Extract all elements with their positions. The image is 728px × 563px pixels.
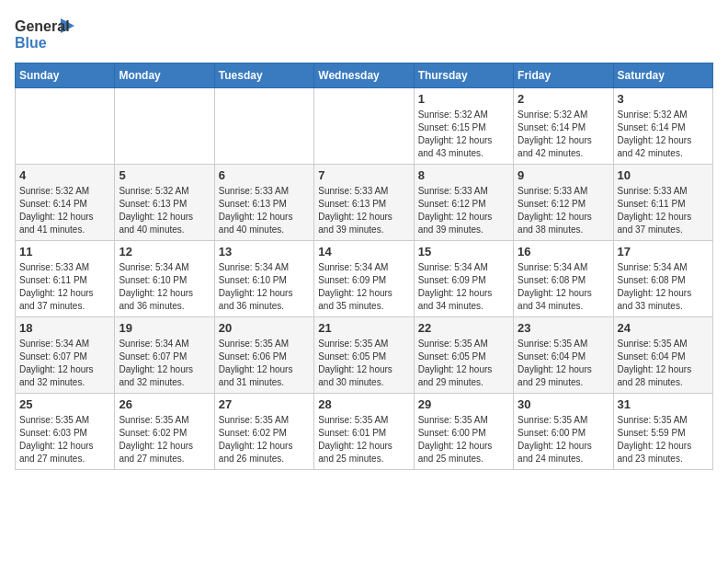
- cell-info: Sunrise: 5:35 AM Sunset: 6:01 PM Dayligh…: [318, 414, 409, 465]
- cell-date: 29: [418, 397, 509, 411]
- calendar-cell: 15Sunrise: 5:34 AM Sunset: 6:09 PM Dayli…: [414, 241, 513, 317]
- calendar-cell: 12Sunrise: 5:34 AM Sunset: 6:10 PM Dayli…: [115, 241, 214, 317]
- calendar-cell: 21Sunrise: 5:35 AM Sunset: 6:05 PM Dayli…: [314, 317, 414, 394]
- cell-info: Sunrise: 5:32 AM Sunset: 6:14 PM Dayligh…: [618, 109, 709, 160]
- cell-info: Sunrise: 5:35 AM Sunset: 6:03 PM Dayligh…: [19, 414, 110, 465]
- cell-info: Sunrise: 5:33 AM Sunset: 6:11 PM Dayligh…: [618, 185, 709, 236]
- cell-date: 17: [618, 245, 709, 259]
- calendar-cell: 22Sunrise: 5:35 AM Sunset: 6:05 PM Dayli…: [414, 317, 513, 394]
- calendar-cell: 13Sunrise: 5:34 AM Sunset: 6:10 PM Dayli…: [214, 241, 313, 317]
- calendar-cell: 9Sunrise: 5:33 AM Sunset: 6:12 PM Daylig…: [514, 165, 613, 241]
- week-row-5: 25Sunrise: 5:35 AM Sunset: 6:03 PM Dayli…: [16, 394, 713, 470]
- svg-text:Blue: Blue: [15, 35, 47, 51]
- cell-date: 9: [518, 168, 609, 182]
- calendar-cell: 14Sunrise: 5:34 AM Sunset: 6:09 PM Dayli…: [314, 241, 414, 317]
- calendar-cell: [314, 88, 414, 165]
- cell-info: Sunrise: 5:32 AM Sunset: 6:13 PM Dayligh…: [119, 185, 210, 236]
- cell-date: 22: [418, 321, 509, 335]
- cell-date: 13: [219, 245, 310, 259]
- cell-date: 26: [119, 397, 210, 411]
- cell-date: 8: [418, 168, 509, 182]
- cell-date: 27: [219, 397, 310, 411]
- cell-info: Sunrise: 5:34 AM Sunset: 6:10 PM Dayligh…: [119, 261, 210, 313]
- week-row-4: 18Sunrise: 5:34 AM Sunset: 6:07 PM Dayli…: [16, 317, 713, 394]
- column-header-saturday: Saturday: [613, 63, 712, 88]
- cell-info: Sunrise: 5:32 AM Sunset: 6:15 PM Dayligh…: [418, 109, 509, 160]
- calendar-cell: 31Sunrise: 5:35 AM Sunset: 5:59 PM Dayli…: [613, 394, 712, 470]
- calendar-cell: 11Sunrise: 5:33 AM Sunset: 6:11 PM Dayli…: [16, 241, 115, 317]
- cell-date: 23: [518, 321, 609, 335]
- cell-date: 28: [318, 397, 409, 411]
- column-header-sunday: Sunday: [16, 63, 115, 88]
- calendar-cell: 30Sunrise: 5:35 AM Sunset: 6:00 PM Dayli…: [514, 394, 613, 470]
- column-header-tuesday: Tuesday: [214, 63, 313, 88]
- cell-info: Sunrise: 5:33 AM Sunset: 6:13 PM Dayligh…: [318, 185, 409, 236]
- svg-text:General: General: [15, 18, 70, 34]
- column-header-monday: Monday: [115, 63, 214, 88]
- cell-date: 25: [19, 397, 110, 411]
- calendar-cell: 28Sunrise: 5:35 AM Sunset: 6:01 PM Dayli…: [314, 394, 414, 470]
- cell-date: 1: [418, 92, 509, 106]
- cell-date: 15: [418, 245, 509, 259]
- calendar-cell: [16, 88, 115, 165]
- cell-date: 14: [318, 245, 409, 259]
- calendar-header-row: SundayMondayTuesdayWednesdayThursdayFrid…: [16, 63, 713, 88]
- cell-date: 20: [219, 321, 310, 335]
- cell-info: Sunrise: 5:34 AM Sunset: 6:08 PM Dayligh…: [518, 261, 609, 313]
- cell-info: Sunrise: 5:35 AM Sunset: 6:04 PM Dayligh…: [618, 338, 709, 389]
- calendar-cell: 23Sunrise: 5:35 AM Sunset: 6:04 PM Dayli…: [514, 317, 613, 394]
- cell-date: 18: [19, 321, 110, 335]
- calendar-cell: 6Sunrise: 5:33 AM Sunset: 6:13 PM Daylig…: [214, 165, 313, 241]
- logo: GeneralBlue: [15, 15, 79, 55]
- calendar-cell: 5Sunrise: 5:32 AM Sunset: 6:13 PM Daylig…: [115, 165, 214, 241]
- week-row-2: 4Sunrise: 5:32 AM Sunset: 6:14 PM Daylig…: [16, 165, 713, 241]
- calendar-cell: [115, 88, 214, 165]
- cell-date: 12: [119, 245, 210, 259]
- calendar-cell: 24Sunrise: 5:35 AM Sunset: 6:04 PM Dayli…: [613, 317, 712, 394]
- cell-info: Sunrise: 5:33 AM Sunset: 6:12 PM Dayligh…: [418, 185, 509, 236]
- week-row-3: 11Sunrise: 5:33 AM Sunset: 6:11 PM Dayli…: [16, 241, 713, 317]
- cell-info: Sunrise: 5:35 AM Sunset: 6:02 PM Dayligh…: [119, 414, 210, 465]
- cell-info: Sunrise: 5:34 AM Sunset: 6:07 PM Dayligh…: [19, 338, 110, 389]
- calendar-cell: 25Sunrise: 5:35 AM Sunset: 6:03 PM Dayli…: [16, 394, 115, 470]
- calendar-cell: 8Sunrise: 5:33 AM Sunset: 6:12 PM Daylig…: [414, 165, 513, 241]
- cell-date: 4: [19, 168, 110, 182]
- cell-info: Sunrise: 5:35 AM Sunset: 6:00 PM Dayligh…: [518, 414, 609, 465]
- logo-svg: GeneralBlue: [15, 15, 79, 55]
- cell-info: Sunrise: 5:35 AM Sunset: 6:04 PM Dayligh…: [518, 338, 609, 389]
- calendar-cell: 18Sunrise: 5:34 AM Sunset: 6:07 PM Dayli…: [16, 317, 115, 394]
- cell-date: 7: [318, 168, 409, 182]
- page-header: GeneralBlue: [15, 15, 713, 55]
- cell-date: 6: [219, 168, 310, 182]
- cell-date: 31: [618, 397, 709, 411]
- cell-date: 21: [318, 321, 409, 335]
- cell-info: Sunrise: 5:35 AM Sunset: 5:59 PM Dayligh…: [618, 414, 709, 465]
- cell-info: Sunrise: 5:35 AM Sunset: 6:05 PM Dayligh…: [418, 338, 509, 389]
- cell-date: 3: [618, 92, 709, 106]
- calendar-cell: 19Sunrise: 5:34 AM Sunset: 6:07 PM Dayli…: [115, 317, 214, 394]
- cell-info: Sunrise: 5:33 AM Sunset: 6:13 PM Dayligh…: [219, 185, 310, 236]
- cell-info: Sunrise: 5:33 AM Sunset: 6:11 PM Dayligh…: [19, 261, 110, 313]
- calendar-cell: 7Sunrise: 5:33 AM Sunset: 6:13 PM Daylig…: [314, 165, 414, 241]
- column-header-thursday: Thursday: [414, 63, 513, 88]
- cell-date: 16: [518, 245, 609, 259]
- cell-date: 19: [119, 321, 210, 335]
- cell-date: 2: [518, 92, 609, 106]
- calendar-cell: 3Sunrise: 5:32 AM Sunset: 6:14 PM Daylig…: [613, 88, 712, 165]
- calendar-table: SundayMondayTuesdayWednesdayThursdayFrid…: [15, 63, 713, 470]
- cell-info: Sunrise: 5:33 AM Sunset: 6:12 PM Dayligh…: [518, 185, 609, 236]
- calendar-cell: 10Sunrise: 5:33 AM Sunset: 6:11 PM Dayli…: [613, 165, 712, 241]
- cell-info: Sunrise: 5:34 AM Sunset: 6:09 PM Dayligh…: [418, 261, 509, 313]
- calendar-cell: 1Sunrise: 5:32 AM Sunset: 6:15 PM Daylig…: [414, 88, 513, 165]
- cell-info: Sunrise: 5:35 AM Sunset: 6:00 PM Dayligh…: [418, 414, 509, 465]
- calendar-cell: 2Sunrise: 5:32 AM Sunset: 6:14 PM Daylig…: [514, 88, 613, 165]
- calendar-cell: 4Sunrise: 5:32 AM Sunset: 6:14 PM Daylig…: [16, 165, 115, 241]
- calendar-cell: [214, 88, 313, 165]
- cell-info: Sunrise: 5:34 AM Sunset: 6:07 PM Dayligh…: [119, 338, 210, 389]
- cell-info: Sunrise: 5:35 AM Sunset: 6:02 PM Dayligh…: [219, 414, 310, 465]
- calendar-cell: 27Sunrise: 5:35 AM Sunset: 6:02 PM Dayli…: [214, 394, 313, 470]
- cell-info: Sunrise: 5:34 AM Sunset: 6:09 PM Dayligh…: [318, 261, 409, 313]
- cell-date: 24: [618, 321, 709, 335]
- cell-info: Sunrise: 5:34 AM Sunset: 6:08 PM Dayligh…: [618, 261, 709, 313]
- cell-info: Sunrise: 5:34 AM Sunset: 6:10 PM Dayligh…: [219, 261, 310, 313]
